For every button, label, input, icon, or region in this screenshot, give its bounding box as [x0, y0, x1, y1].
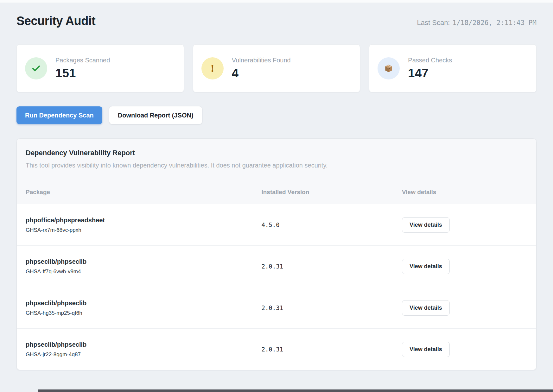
- window-bottom-edge: [38, 389, 553, 392]
- table-row: phpoffice/phpspreadsheet GHSA-rx7m-68vc-…: [17, 204, 536, 245]
- stat-value: 4: [232, 66, 291, 80]
- dependency-report-panel: Dependency Vulnerability Report This too…: [16, 138, 537, 370]
- view-details-button[interactable]: View details: [402, 259, 450, 274]
- package-cell: phpseclib/phpseclib GHSA-jr22-8qgm-4q87: [26, 341, 261, 358]
- view-details-button[interactable]: View details: [402, 342, 450, 357]
- download-report-button[interactable]: Download Report (JSON): [109, 106, 202, 124]
- stat-value: 151: [55, 66, 110, 80]
- action-bar: Run Dependency Scan Download Report (JSO…: [16, 106, 537, 124]
- stat-card-packages-scanned: Packages Scanned 151: [16, 44, 184, 92]
- stat-label: Vulnerabilities Found: [232, 57, 291, 64]
- last-scan-meta: Last Scan:1/18/2026, 2:11:43 PM: [417, 19, 537, 27]
- advisory-id: GHSA-ff7q-6vwh-v9m4: [26, 269, 261, 275]
- package-cell: phpseclib/phpseclib GHSA-hg35-mp25-qf6h: [26, 300, 261, 316]
- main-content: Security Audit Last Scan:1/18/2026, 2:11…: [0, 14, 553, 370]
- installed-version: 2.0.31: [261, 263, 402, 270]
- warning-icon: !: [201, 57, 224, 79]
- table-row: phpseclib/phpseclib GHSA-ff7q-6vwh-v9m4 …: [17, 245, 536, 287]
- run-dependency-scan-button[interactable]: Run Dependency Scan: [16, 106, 102, 124]
- package-icon: [378, 57, 400, 79]
- package-name: phpseclib/phpseclib: [26, 341, 261, 348]
- table-header-row: Package Installed Version View details: [17, 180, 536, 204]
- stat-card-passed-checks: Passed Checks 147: [369, 44, 537, 92]
- column-header-package: Package: [26, 189, 261, 196]
- installed-version: 2.0.31: [261, 304, 402, 311]
- column-header-installed-version: Installed Version: [261, 189, 402, 196]
- stat-value: 147: [408, 66, 452, 80]
- package-name: phpseclib/phpseclib: [26, 300, 261, 307]
- stat-label: Passed Checks: [408, 57, 452, 64]
- last-scan-timestamp: 1/18/2026, 2:11:43 PM: [452, 19, 537, 27]
- column-header-view-details: View details: [402, 189, 527, 196]
- installed-version: 2.0.31: [261, 346, 402, 353]
- report-title: Dependency Vulnerability Report: [26, 149, 527, 157]
- report-description: This tool provides visibility into known…: [26, 162, 527, 169]
- advisory-id: GHSA-hg35-mp25-qf6h: [26, 310, 261, 316]
- window-top-edge: [0, 0, 553, 3]
- package-cell: phpseclib/phpseclib GHSA-ff7q-6vwh-v9m4: [26, 258, 261, 275]
- page-header: Security Audit Last Scan:1/18/2026, 2:11…: [16, 14, 537, 28]
- report-panel-header: Dependency Vulnerability Report This too…: [17, 139, 536, 180]
- package-name: phpoffice/phpspreadsheet: [26, 217, 261, 224]
- view-details-button[interactable]: View details: [402, 217, 450, 233]
- warning-glyph: !: [210, 63, 214, 74]
- package-cell: phpoffice/phpspreadsheet GHSA-rx7m-68vc-…: [26, 217, 261, 233]
- stat-cards: Packages Scanned 151 ! Vulnerabilities F…: [16, 44, 537, 92]
- view-details-button[interactable]: View details: [402, 300, 450, 316]
- advisory-id: GHSA-rx7m-68vc-ppxh: [26, 227, 261, 233]
- page-title: Security Audit: [16, 14, 95, 28]
- advisory-id: GHSA-jr22-8qgm-4q87: [26, 351, 261, 358]
- package-name: phpseclib/phpseclib: [26, 258, 261, 265]
- stat-label: Packages Scanned: [55, 57, 110, 64]
- check-icon: [25, 57, 47, 79]
- table-row: phpseclib/phpseclib GHSA-jr22-8qgm-4q87 …: [17, 328, 536, 370]
- installed-version: 4.5.0: [261, 221, 402, 228]
- last-scan-label: Last Scan:: [417, 19, 450, 27]
- stat-card-vulnerabilities-found: ! Vulnerabilities Found 4: [193, 44, 360, 92]
- table-row: phpseclib/phpseclib GHSA-hg35-mp25-qf6h …: [17, 287, 536, 328]
